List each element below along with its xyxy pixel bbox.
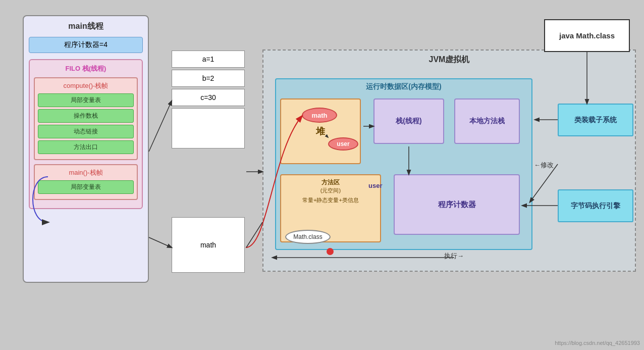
native-label: 本地方法栈 <box>469 117 505 126</box>
compute-frame-title: compute()-栈帧 <box>38 81 134 90</box>
java-math-label: java Math.class <box>559 31 615 40</box>
filo-box: FILO 栈(线程) compute()-栈帧 局部变量表 操作数栈 动态链接 … <box>29 59 143 209</box>
canvas: main线程 程序计数器=4 FILO 栈(线程) compute()-栈帧 局… <box>0 0 644 350</box>
red-dot <box>327 248 334 255</box>
stack-area-math: math <box>172 217 245 275</box>
method-area-title: 方法区 <box>284 178 377 187</box>
execute-label: 执行→ <box>444 252 464 261</box>
var-math: math <box>172 217 245 273</box>
java-math-box: java Math.class <box>544 19 630 52</box>
stack-area-top: a=1 b=2 c=30 <box>172 51 245 151</box>
oval-user: user <box>328 137 358 151</box>
main-frame: main()-栈帧 局部变量表 <box>34 164 138 200</box>
svg-line-11 <box>246 222 262 247</box>
main-thread-box: main线程 程序计数器=4 FILO 栈(线程) compute()-栈帧 局… <box>23 15 149 283</box>
main-frame-title: main()-栈帧 <box>38 168 134 177</box>
runtime-title: 运行时数据区(内存模型) <box>276 82 531 91</box>
var-c: c=30 <box>172 89 245 106</box>
modify-label: ←修改 <box>534 161 554 170</box>
native-box: 本地方法栈 <box>454 98 520 144</box>
method-user-label: user <box>368 182 382 189</box>
operand-stack: 操作数栈 <box>38 109 134 123</box>
local-vars-2: 局部变量表 <box>38 180 134 194</box>
compute-frame: compute()-栈帧 局部变量表 操作数栈 动态链接 方法出口 <box>34 77 138 160</box>
pc-label: 程序计数器 <box>438 200 476 210</box>
stack-thread-box: 栈(线程) <box>373 98 444 144</box>
var-b: b=2 <box>172 70 245 87</box>
heap-label: 堆 <box>316 125 325 137</box>
svg-line-1 <box>149 237 172 247</box>
svg-line-0 <box>149 101 172 152</box>
stack-empty-1 <box>172 108 245 148</box>
oval-math: math <box>302 108 337 123</box>
classloader-box: 类装载子系统 <box>558 104 633 136</box>
program-counter: 程序计数器=4 <box>29 37 143 53</box>
local-vars-1: 局部变量表 <box>38 93 134 107</box>
method-area-sub: (元空间) <box>284 187 377 194</box>
var-a: a=1 <box>172 51 245 68</box>
classloader-label: 类装载子系统 <box>574 116 617 125</box>
oval-mathclass: Math.class <box>285 230 331 244</box>
method-exit: 方法出口 <box>38 140 134 154</box>
pc-box: 程序计数器 <box>394 174 520 235</box>
dynamic-link: 动态链接 <box>38 125 134 138</box>
main-thread-title: main线程 <box>29 21 143 32</box>
bytecode-box: 字节码执行引擎 <box>558 189 633 222</box>
jvm-title: JVM虚拟机 <box>263 55 635 65</box>
bytecode-label: 字节码执行引擎 <box>571 202 620 211</box>
filo-title: FILO 栈(线程) <box>34 64 138 73</box>
watermark: https://blog.csdn.net/qq_42651993 <box>555 340 640 346</box>
stack-thread-label: 栈(线程) <box>396 117 421 126</box>
method-area-detail: 常量+静态变量+类信息 <box>284 196 377 204</box>
